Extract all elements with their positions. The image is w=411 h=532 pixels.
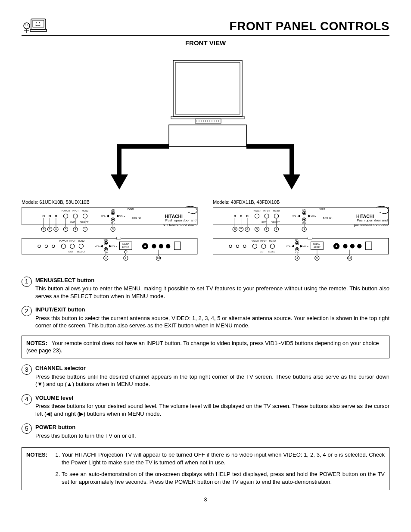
svg-text:2: 2 [266, 227, 268, 230]
svg-text:SELECT: SELECT [77, 250, 85, 253]
svg-text:10: 10 [348, 256, 351, 259]
svg-text:6: 6 [55, 227, 57, 230]
svg-text:HITACHI: HITACHI [165, 214, 183, 219]
svg-point-170 [229, 245, 232, 247]
notes2-item-1: Your HITACHI Projection TV will appear t… [62, 451, 385, 466]
svg-point-129 [265, 214, 269, 218]
section-subheading: FRONT VIEW [22, 39, 389, 47]
svg-text:10: 10 [157, 256, 160, 259]
page-number: 8 [22, 496, 389, 503]
svg-rect-10 [169, 125, 246, 146]
svg-text:MENU: MENU [269, 240, 276, 242]
svg-marker-91 [105, 248, 107, 250]
svg-text:9: 9 [316, 256, 318, 259]
svg-point-188 [350, 244, 355, 248]
svg-marker-25 [283, 174, 300, 190]
svg-text:VOL-: VOL- [95, 245, 100, 247]
svg-text:POWER: POWER [62, 209, 70, 212]
svg-marker-180 [292, 245, 294, 247]
svg-text:VOL+: VOL+ [119, 215, 125, 218]
svg-text:MENU: MENU [82, 209, 88, 212]
model-label-left: Models: 61UDX10B, 53UDX10B [22, 199, 198, 205]
svg-text:CH+: CH+ [295, 239, 299, 241]
svg-point-7 [27, 25, 28, 25]
svg-text:POWER: POWER [251, 240, 259, 242]
item-3: 3 CHANNEL selector Press these buttons u… [22, 364, 389, 388]
notes2-item-2: To see an auto-demonstration of the on-s… [62, 470, 385, 485]
svg-text:VOL-: VOL- [293, 215, 298, 218]
svg-point-187 [343, 244, 347, 248]
svg-point-39 [55, 215, 57, 217]
svg-text:INPUT: INPUT [69, 240, 75, 242]
svg-text:2: 2 [75, 227, 76, 230]
item-title: INPUT/EXIT button [35, 306, 389, 314]
item-desc: Press this button to select the current … [35, 314, 389, 330]
svg-rect-4 [30, 29, 47, 31]
svg-text:5: 5 [65, 227, 67, 230]
notes-box-2: NOTES: Your HITACHI Projection TV will a… [22, 447, 389, 490]
svg-text:3: 3 [304, 227, 305, 230]
item-4: 4 VOLUME level Press these buttons for y… [22, 394, 389, 418]
svg-text:INPUT: INPUT [260, 240, 267, 242]
svg-point-41 [73, 214, 78, 218]
svg-marker-178 [296, 242, 299, 244]
svg-text:VOL+: VOL+ [112, 245, 117, 247]
mascot-logo-icon [22, 17, 47, 34]
svg-text:PUSH: PUSH [319, 208, 325, 210]
svg-point-125 [234, 215, 236, 217]
svg-rect-182 [311, 242, 324, 249]
svg-rect-0 [31, 19, 46, 29]
item-title: CHANNEL selector [35, 364, 389, 372]
svg-text:EXIT: EXIT [260, 250, 265, 253]
svg-text:MENU: MENU [78, 240, 84, 242]
svg-point-40 [63, 214, 68, 218]
svg-text:HITACHI: HITACHI [356, 214, 374, 219]
page-title: FRONT PANEL CONTROLS [230, 18, 389, 34]
svg-point-126 [240, 215, 242, 217]
svg-point-37 [43, 215, 44, 217]
svg-marker-92 [100, 245, 103, 247]
svg-marker-24 [111, 174, 128, 190]
item-desc: Press these buttons for your desired sou… [35, 402, 389, 417]
svg-text:6: 6 [246, 227, 248, 230]
panel-open-right: POWERINPUTMENU EXITSELECT VOL-VOL+ CH+CH… [213, 237, 389, 261]
item-number: 4 [22, 394, 32, 404]
svg-point-83 [45, 245, 47, 247]
svg-rect-104 [116, 237, 121, 239]
svg-text:1: 1 [84, 227, 86, 230]
item-number: 5 [22, 423, 32, 434]
item-5: 5 POWER button Press this button to turn… [22, 423, 389, 439]
svg-text:VOL+: VOL+ [303, 245, 308, 247]
svg-text:4: 4 [105, 256, 107, 259]
svg-point-189 [357, 244, 361, 248]
svg-text:VOL-: VOL- [101, 215, 106, 218]
notes-text: Your remote control does not have an INP… [26, 340, 379, 354]
svg-marker-90 [105, 242, 107, 244]
svg-text:CH+: CH+ [104, 239, 108, 241]
svg-text:INPUT: INPUT [263, 209, 270, 212]
svg-text:ARRAY: ARRAY [314, 246, 321, 248]
item-desc: This button allows you to enter the MENU… [35, 285, 389, 300]
svg-text:8: 8 [234, 227, 236, 230]
svg-point-173 [252, 244, 257, 248]
svg-text:7: 7 [49, 227, 51, 230]
item-desc: Press these buttons until the desired ch… [35, 373, 389, 388]
item-number: 3 [22, 364, 32, 375]
svg-point-100 [152, 244, 156, 248]
svg-text:POWER: POWER [59, 240, 68, 242]
svg-text:VOL-: VOL- [286, 245, 291, 247]
door-note-left: Push open door andpull forward and down [22, 218, 196, 228]
svg-text:POWER: POWER [253, 209, 262, 212]
svg-text:8: 8 [43, 227, 45, 230]
svg-text:PUSH: PUSH [128, 208, 134, 210]
tv-front-diagram [93, 56, 318, 194]
item-title: MENU/SELECT button [35, 277, 389, 284]
item-2: 2 INPUT/EXIT button Press this button to… [22, 306, 389, 330]
svg-point-38 [49, 215, 51, 217]
item-title: POWER button [35, 423, 389, 431]
svg-text:FOCUS: FOCUS [122, 246, 129, 248]
svg-point-97 [125, 250, 127, 253]
item-number: 1 [22, 277, 32, 287]
svg-rect-191 [308, 237, 312, 239]
svg-point-6 [25, 25, 26, 25]
